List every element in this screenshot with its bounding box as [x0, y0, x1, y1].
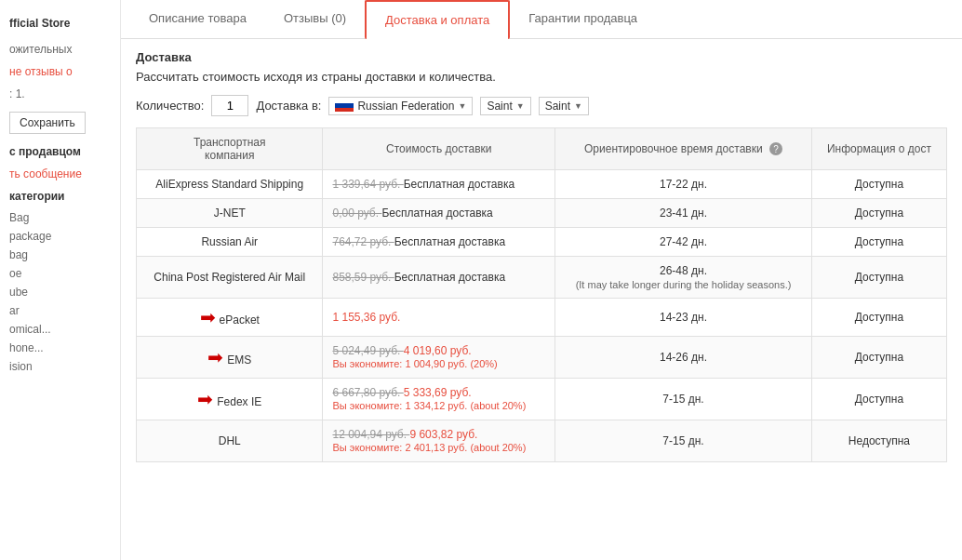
delivery-time: 23-41 дн. [660, 207, 707, 220]
tab-description[interactable]: Описание товара [130, 0, 265, 38]
tab-delivery[interactable]: Доставка и оплата [365, 0, 510, 39]
sidebar-seller-label: с продавцом [0, 140, 120, 164]
time-cell: 17-22 дн. [555, 170, 812, 199]
city1-select[interactable]: Saint ▼ [480, 97, 530, 115]
price-strike: 12 004,94 руб. [332, 428, 409, 441]
carrier-cell: ➡Fedex IE [137, 379, 323, 420]
city1-chevron-icon: ▼ [516, 101, 525, 111]
tab-reviews[interactable]: Отзывы (0) [265, 0, 365, 38]
sidebar-cat-package[interactable]: package [0, 227, 120, 246]
price-main: 1 155,36 руб. [332, 311, 400, 324]
availability-text: Недоступна [848, 434, 910, 447]
country-chevron-icon: ▼ [458, 101, 466, 111]
qty-label: Количество: [136, 99, 204, 113]
carrier-cell: ➡EMS [137, 337, 323, 379]
price-cell: 858,59 руб. Бесплатная доставка [323, 257, 555, 299]
sidebar-reviews-link[interactable]: не отзывы о [0, 61, 120, 82]
sidebar-cat-bag2[interactable]: bag [0, 246, 120, 264]
save-button[interactable]: Сохранить [9, 112, 86, 134]
time-cell: 14-23 дн. [555, 299, 812, 337]
price-strike: 5 024,49 руб. [332, 344, 403, 357]
time-cell: 23-41 дн. [555, 199, 812, 228]
time-cell: 7-15 дн. [555, 379, 812, 420]
city2-select[interactable]: Saint ▼ [539, 97, 589, 115]
delivery-time: 26-48 дн. [660, 264, 707, 277]
carrier-name: China Post Registered Air Mail [154, 271, 305, 284]
arrow-icon: ➡ [200, 306, 216, 328]
price-cell: 12 004,94 руб. 9 603,82 руб.Вы экономите… [323, 420, 555, 462]
delivery-time: 14-26 дн. [660, 351, 707, 364]
price-cell: 764,72 руб. Бесплатная доставка [323, 228, 555, 257]
sidebar-cat-ision[interactable]: ision [0, 357, 120, 376]
availability-cell: Доступна [811, 299, 946, 337]
country-select[interactable]: Russian Federation ▼ [328, 97, 473, 115]
carrier-name: ePacket [220, 313, 260, 327]
carrier-name: Russian Air [201, 235, 258, 248]
carrier-cell: J-NET [137, 199, 323, 228]
arrow-icon: ➡ [207, 346, 223, 368]
price-cell: 5 024,49 руб. 4 019,60 руб.Вы экономите:… [323, 337, 555, 379]
price-cell: 1 155,36 руб. [323, 299, 555, 337]
main-content: Описание товара Отзывы (0) Доставка и оп… [121, 0, 962, 560]
sidebar-cat-hone[interactable]: hone... [0, 339, 120, 357]
col-header-time: Ориентировочное время доставки ? [555, 128, 812, 170]
table-row: J-NET0,00 руб. Бесплатная доставка23-41 … [137, 199, 947, 228]
tab-guarantee[interactable]: Гарантии продавца [510, 0, 656, 38]
price-main: Бесплатная доставка [394, 235, 505, 248]
table-row: Russian Air764,72 руб. Бесплатная достав… [137, 228, 947, 257]
price-main: Бесплатная доставка [381, 207, 492, 220]
store-name: fficial Store [0, 9, 120, 37]
content-area: Доставка Рассчитать стоимость исходя из … [121, 39, 962, 560]
availability-text: Доступна [855, 393, 903, 406]
price-main: 4 019,60 руб. [404, 344, 472, 357]
sidebar-categories-label: категории [0, 184, 120, 208]
carrier-cell: DHL [137, 420, 323, 462]
availability-cell: Доступна [811, 257, 946, 299]
price-main: Бесплатная доставка [394, 271, 505, 284]
availability-text: Доступна [855, 311, 903, 324]
table-row: DHL12 004,94 руб. 9 603,82 руб.Вы эконом… [137, 420, 947, 462]
price-strike: 858,59 руб. [332, 271, 394, 284]
sidebar-cat-ube[interactable]: ube [0, 283, 120, 301]
time-cell: 7-15 дн. [555, 420, 812, 462]
calc-description: Рассчитать стоимость исходя из страны до… [136, 70, 947, 84]
delivery-time: 27-42 дн. [660, 235, 707, 248]
availability-cell: Доступна [811, 337, 946, 379]
sidebar-cat-bag[interactable]: Bag [0, 208, 120, 227]
price-strike: 0,00 руб. [332, 207, 381, 220]
calc-controls-row: Количество: Доставка в: Russian Federati… [136, 95, 947, 116]
availability-text: Доступна [855, 178, 903, 191]
availability-text: Доступна [855, 235, 903, 248]
delivery-time: 14-23 дн. [660, 311, 707, 324]
sidebar-cat-ar[interactable]: ar [0, 301, 120, 320]
availability-cell: Доступна [811, 170, 946, 199]
time-cell: 27-42 дн. [555, 228, 812, 257]
price-strike: 6 667,80 руб. [332, 386, 403, 399]
availability-text: Доступна [855, 271, 903, 284]
price-main: 9 603,82 руб. [409, 428, 477, 441]
calc-description-text: Рассчитать стоимость исходя из страны до… [136, 70, 496, 84]
delivery-time-note: (It may take longer during the holiday s… [565, 279, 802, 290]
delivery-time: 7-15 дн. [662, 393, 703, 406]
carrier-name: Fedex IE [217, 395, 261, 408]
price-main: 5 333,69 руб. [404, 386, 472, 399]
sidebar-cat-oe[interactable]: oe [0, 264, 120, 283]
table-row: ➡EMS5 024,49 руб. 4 019,60 руб.Вы эконом… [137, 337, 947, 379]
availability-cell: Доступна [811, 379, 946, 420]
city2-value: Saint [545, 100, 570, 113]
help-icon[interactable]: ? [769, 142, 782, 155]
delivery-time: 17-22 дн. [660, 178, 707, 191]
price-save-text: Вы экономите: 2 401,13 руб. (about 20%) [332, 442, 526, 453]
carrier-cell: Russian Air [137, 228, 323, 257]
sidebar-cat-omical[interactable]: omical... [0, 320, 120, 339]
sidebar-message-link[interactable]: ть сообщение [0, 164, 120, 184]
carrier-name: J-NET [214, 207, 246, 220]
col-header-info: Информация о дост [811, 128, 946, 170]
price-cell: 0,00 руб. Бесплатная доставка [323, 199, 555, 228]
qty-input[interactable] [211, 95, 248, 116]
carrier-name: AliExpress Standard Shipping [155, 178, 303, 191]
col-header-carrier: Транспортнаякомпания [137, 128, 323, 170]
availability-cell: Доступна [811, 228, 946, 257]
price-main: Бесплатная доставка [404, 178, 514, 191]
dest-label: Доставка в: [256, 99, 321, 113]
